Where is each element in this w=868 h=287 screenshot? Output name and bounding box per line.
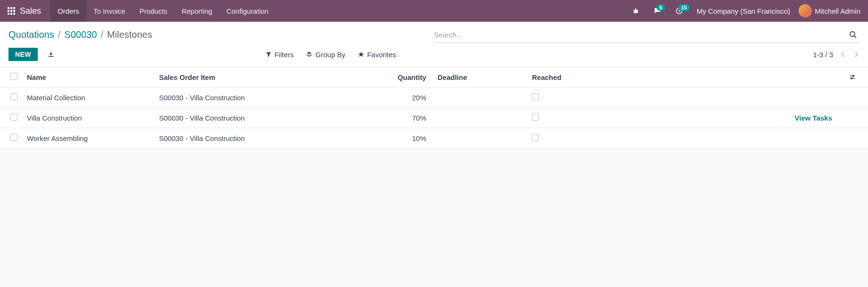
pager-next-icon[interactable] (853, 50, 860, 59)
svg-point-20 (852, 75, 854, 77)
nav-item-products[interactable]: Products (132, 0, 174, 22)
svg-rect-18 (49, 56, 54, 57)
table-row[interactable]: Material Collection S00030 - Villa Const… (0, 87, 868, 108)
svg-rect-1 (10, 7, 12, 9)
svg-point-9 (634, 9, 638, 13)
cell-sales-order-item[interactable]: S00030 - Villa Construction (154, 108, 390, 128)
reached-checkbox[interactable] (532, 134, 539, 141)
control-panel: Quotations / S00030 / Milestones NEW Fil… (0, 22, 868, 67)
row-action-link[interactable]: View Tasks (795, 114, 833, 122)
svg-point-22 (851, 78, 852, 79)
col-name[interactable]: Name (22, 67, 154, 87)
svg-point-16 (850, 32, 855, 36)
cell-name[interactable]: Material Collection (22, 87, 154, 108)
row-checkbox[interactable] (10, 113, 17, 121)
breadcrumb-root[interactable]: Quotations (8, 29, 54, 40)
favorites-button[interactable]: Favorites (358, 51, 396, 59)
search-input[interactable] (434, 31, 847, 39)
adjust-columns-icon[interactable] (844, 67, 868, 87)
nav-item-reporting[interactable]: Reporting (175, 0, 219, 22)
col-deadline[interactable]: Deadline (433, 67, 527, 87)
pager-prev-icon[interactable] (840, 50, 846, 59)
messages-icon[interactable]: 6 (651, 7, 664, 15)
cell-deadline[interactable] (433, 87, 527, 108)
apps-icon[interactable] (8, 7, 15, 15)
nav-item-to-invoice[interactable]: To Invoice (86, 0, 133, 22)
svg-rect-8 (13, 13, 15, 15)
cell-sales-order-item[interactable]: S00030 - Villa Construction (154, 128, 390, 148)
row-checkbox[interactable] (10, 93, 17, 100)
reached-checkbox[interactable] (532, 93, 539, 100)
app-brand[interactable]: Sales (20, 6, 41, 16)
svg-line-13 (633, 12, 634, 13)
groupby-button[interactable]: Group By (306, 51, 345, 59)
cell-sales-order-item[interactable]: S00030 - Villa Construction (154, 87, 390, 108)
activities-badge: 15 (678, 4, 690, 11)
messages-badge: 6 (657, 4, 665, 11)
cell-quantity[interactable]: 10% (390, 128, 433, 148)
favorites-label: Favorites (367, 51, 396, 59)
download-icon[interactable] (44, 49, 58, 60)
svg-line-17 (854, 36, 856, 38)
search-icon[interactable] (846, 31, 860, 38)
groupby-label: Group By (315, 51, 345, 59)
col-reached[interactable]: Reached (527, 67, 659, 87)
nav-item-configuration[interactable]: Configuration (219, 0, 276, 22)
nav-item-orders[interactable]: Orders (51, 0, 86, 22)
funnel-icon (266, 52, 271, 57)
breadcrumb: Quotations / S00030 / Milestones (8, 26, 152, 43)
cell-quantity[interactable]: 20% (390, 87, 433, 108)
milestones-table: Name Sales Order Item Quantity Deadline … (0, 67, 868, 148)
user-name-label: Mitchell Admin (815, 7, 860, 15)
table-row[interactable]: Villa Construction S00030 - Villa Constr… (0, 108, 868, 128)
filters-label: Filters (274, 51, 294, 59)
cell-name[interactable]: Worker Assembling (22, 128, 154, 148)
svg-rect-6 (8, 13, 9, 15)
cell-name[interactable]: Villa Construction (22, 108, 154, 128)
activities-icon[interactable]: 15 (673, 7, 686, 15)
svg-line-14 (637, 12, 638, 13)
search-bar[interactable] (434, 26, 860, 43)
table-row[interactable]: Worker Assembling S00030 - Villa Constru… (0, 128, 868, 148)
svg-rect-3 (8, 10, 9, 12)
svg-rect-0 (8, 7, 9, 9)
col-quantity[interactable]: Quantity (390, 67, 433, 87)
svg-rect-2 (13, 7, 15, 9)
company-switcher[interactable]: My Company (San Francisco) (692, 7, 795, 15)
filters-button[interactable]: Filters (266, 51, 294, 59)
col-sales-order-item[interactable]: Sales Order Item (154, 67, 390, 87)
row-checkbox[interactable] (10, 134, 17, 141)
new-button[interactable]: NEW (8, 48, 38, 61)
cell-deadline[interactable] (433, 108, 527, 128)
avatar (799, 4, 812, 17)
cell-quantity[interactable]: 70% (390, 108, 433, 128)
main-navbar: Sales Orders To Invoice Products Reporti… (0, 0, 868, 22)
layers-icon (306, 52, 312, 57)
select-all-checkbox[interactable] (10, 73, 17, 80)
breadcrumb-ref[interactable]: S00030 (64, 29, 97, 40)
cell-deadline[interactable] (433, 128, 527, 148)
svg-rect-5 (13, 10, 15, 12)
reached-checkbox[interactable] (532, 113, 539, 121)
user-menu[interactable]: Mitchell Admin (799, 4, 860, 17)
svg-line-11 (633, 10, 634, 10)
pager-text[interactable]: 1-3 / 3 (813, 51, 833, 59)
debug-icon[interactable] (629, 7, 642, 15)
breadcrumb-current: Milestones (107, 29, 152, 40)
svg-line-12 (637, 10, 638, 10)
star-icon (358, 51, 364, 58)
svg-rect-7 (10, 13, 12, 15)
svg-rect-4 (10, 10, 12, 12)
